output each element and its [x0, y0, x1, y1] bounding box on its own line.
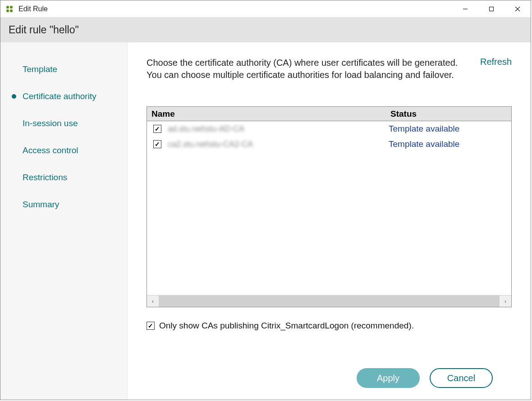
sidebar-item-access-control[interactable]: Access control — [0, 137, 127, 164]
sidebar-item-certificate-authority[interactable]: Certificate authority — [0, 83, 127, 110]
close-button[interactable] — [504, 0, 531, 17]
content-panel: Choose the certificate authority (CA) wh… — [128, 42, 531, 400]
sidebar-item-label: Certificate authority — [23, 91, 96, 101]
sidebar-item-label: In-session use — [23, 118, 78, 128]
row-checkbox[interactable]: ✓ — [153, 125, 161, 133]
column-header-status[interactable]: Status — [386, 109, 511, 119]
sidebar-item-in-session-use[interactable]: In-session use — [0, 110, 127, 137]
sidebar-item-restrictions[interactable]: Restrictions — [0, 164, 127, 191]
description-row: Choose the certificate authority (CA) wh… — [147, 57, 512, 81]
description-text: Choose the certificate authority (CA) wh… — [147, 57, 467, 81]
row-status: Template available — [386, 139, 511, 149]
minimize-button[interactable] — [452, 0, 478, 17]
row-status: Template available — [386, 124, 511, 134]
scroll-right-icon[interactable]: › — [500, 296, 511, 307]
table-header: Name Status — [147, 107, 511, 121]
sidebar-item-label: Summary — [23, 200, 59, 210]
svg-point-6 — [7, 10, 8, 11]
cancel-button[interactable]: Cancel — [430, 368, 493, 388]
row-name: ad.stu.net\stu-AD-CA — [165, 124, 386, 134]
row-checkbox-cell: ✓ — [147, 140, 165, 148]
ca-table: Name Status ✓ ad.stu.net\stu-AD-CA Templ… — [147, 106, 512, 307]
row-checkbox-cell: ✓ — [147, 125, 165, 133]
filter-checkbox[interactable]: ✓ — [147, 322, 155, 330]
svg-point-5 — [11, 6, 12, 7]
scroll-left-icon[interactable]: ‹ — [147, 296, 159, 307]
sidebar-item-label: Restrictions — [23, 173, 67, 182]
filter-row: ✓ Only show CAs publishing Citrix_Smartc… — [147, 321, 512, 331]
row-name: ca2.stu.net\stu-CA2-CA — [165, 140, 386, 149]
table-row[interactable]: ✓ ca2.stu.net\stu-CA2-CA Template availa… — [147, 137, 511, 152]
sidebar-item-label: Access control — [23, 146, 78, 155]
refresh-link[interactable]: Refresh — [480, 57, 512, 67]
row-checkbox[interactable]: ✓ — [153, 140, 161, 148]
scroll-track[interactable] — [159, 296, 500, 307]
nav-bullet-icon — [12, 94, 16, 99]
sidebar-item-label: Template — [23, 64, 57, 74]
sidebar-item-summary[interactable]: Summary — [0, 191, 127, 218]
apply-button[interactable]: Apply — [357, 368, 420, 388]
filter-label: Only show CAs publishing Citrix_Smartcar… — [159, 321, 414, 331]
maximize-button[interactable] — [478, 0, 504, 17]
window-title: Edit Rule — [18, 5, 452, 13]
table-body: ✓ ad.stu.net\stu-AD-CA Template availabl… — [147, 121, 511, 295]
svg-point-7 — [11, 10, 12, 11]
app-icon — [5, 5, 14, 14]
svg-rect-9 — [490, 7, 494, 11]
dialog-title: Edit rule "hello" — [9, 24, 523, 36]
dialog-body: Template Certificate authority In-sessio… — [0, 42, 531, 400]
sidebar: Template Certificate authority In-sessio… — [0, 42, 128, 400]
sidebar-item-template[interactable]: Template — [0, 56, 127, 83]
svg-point-4 — [7, 6, 8, 7]
dialog-window: Edit Rule Edit rule "hello" Template Cer… — [0, 0, 531, 400]
window-controls — [452, 0, 531, 17]
dialog-footer: Apply Cancel — [147, 357, 512, 400]
table-row[interactable]: ✓ ad.stu.net\stu-AD-CA Template availabl… — [147, 121, 511, 137]
titlebar: Edit Rule — [0, 0, 531, 18]
dialog-header: Edit rule "hello" — [0, 18, 531, 42]
column-header-name[interactable]: Name — [147, 109, 386, 119]
horizontal-scrollbar[interactable]: ‹ › — [147, 295, 511, 307]
